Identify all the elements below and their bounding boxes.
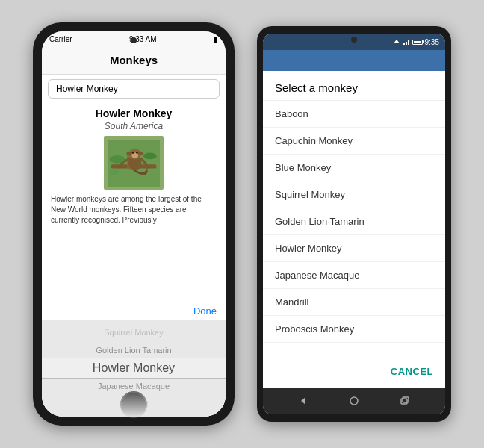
svg-point-10 [110,155,125,164]
ios-carrier: Carrier [49,35,72,43]
android-dialog-actions: CANCEL [263,358,445,388]
ios-screen: Carrier 9:33 AM ▮ Monkeys Howler Monkey … [42,31,226,417]
ios-detail-name: Howler Monkey [51,108,217,119]
ios-picker-item-blue-monkey: Blue Monkey [110,320,158,323]
android-signal-icon [403,38,410,46]
ios-detail-area: Howler Monkey South America [42,103,226,302]
android-status-icons: 9:35 [393,38,439,46]
ios-phone: Carrier 9:33 AM ▮ Monkeys Howler Monkey … [33,22,235,426]
svg-rect-19 [401,399,407,404]
ios-picker-item-golden-lion: Golden Lion Tamarin [96,342,171,358]
android-list-item-japanese-macaque[interactable]: Japanese Macaque [263,262,445,289]
android-dialog-title: Select a monkey [263,71,445,101]
android-list-item-capuchin[interactable]: Capuchin Monkey [263,128,445,155]
svg-point-11 [143,152,157,159]
ios-picker-item-squirrel-monkey: Squirrel Monkey [104,324,163,340]
ios-nav-title: Monkeys [110,54,158,66]
ios-home-button[interactable] [120,391,147,418]
android-list-item-howler-monkey[interactable]: Howler Monkey [263,235,445,262]
android-home-button[interactable] [348,395,360,407]
android-dialog: Select a monkey Baboon Capuchin Monkey B… [263,71,445,388]
ios-battery-icon: ▮ [214,35,218,43]
android-list-item-baboon[interactable]: Baboon [263,101,445,128]
svg-point-9 [136,152,138,154]
android-wifi-icon [393,38,400,46]
svg-rect-15 [406,42,407,45]
svg-point-8 [132,152,134,154]
svg-rect-20 [403,397,409,402]
svg-point-6 [126,151,131,155]
ios-done-button[interactable]: Done [42,302,226,320]
android-dialog-list: Baboon Capuchin Monkey Blue Monkey Squir… [263,101,445,358]
ios-picker-selection-indicator [42,358,226,379]
android-screen: 9:35 Select a monkey Baboon Capuchin Mon… [263,34,445,414]
ios-nav-bar: Monkeys [42,46,226,75]
ios-detail-region: South America [51,121,217,131]
android-nav-bar [263,388,445,414]
svg-rect-14 [403,43,405,45]
android-battery-icon [412,40,423,45]
svg-marker-13 [394,40,400,43]
ios-content: Howler Monkey Howler Monkey South Americ… [42,75,226,417]
android-toolbar [263,50,445,71]
svg-point-12 [109,169,120,175]
svg-marker-17 [301,397,305,405]
ios-search-field[interactable]: Howler Monkey [48,79,220,99]
android-list-item-blue-monkey[interactable]: Blue Monkey [263,155,445,181]
android-dialog-content: Select a monkey Baboon Capuchin Monkey B… [263,71,445,388]
android-recents-button[interactable] [399,395,411,407]
ios-monkey-image [104,136,164,190]
svg-point-7 [138,151,143,155]
android-list-item-golden-lion[interactable]: Golden Lion Tamarin [263,208,445,235]
android-back-button[interactable] [297,395,309,407]
android-list-item-mandrill[interactable]: Mandrill [263,289,445,316]
svg-point-18 [350,397,358,405]
android-status-time: 9:35 [425,38,439,46]
android-phone: 9:35 Select a monkey Baboon Capuchin Mon… [257,26,451,422]
android-cancel-button[interactable]: CANCEL [391,363,433,380]
svg-rect-16 [408,40,409,45]
android-camera [351,37,357,43]
ios-camera [131,37,137,43]
android-list-item-squirrel-monkey[interactable]: Squirrel Monkey [263,181,445,208]
android-list-item-proboscis[interactable]: Proboscis Monkey [263,316,445,343]
ios-detail-description: Howler monkeys are among the largest of … [51,194,217,225]
